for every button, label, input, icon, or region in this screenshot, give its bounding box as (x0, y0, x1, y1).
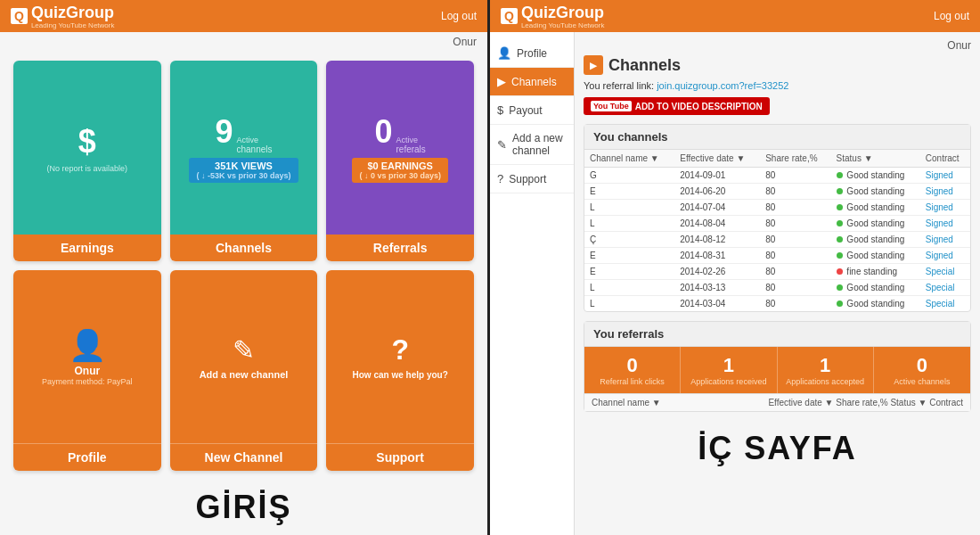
cell-contract: Special (920, 280, 970, 296)
status-dot (837, 284, 843, 291)
referrals-col-right: Effective date ▼ Share rate,% Status ▼ C… (768, 398, 963, 407)
card-new-channel[interactable]: ✎ Add a new channel New Channel (170, 270, 318, 471)
card-referrals[interactable]: 0 Active referals $0 EARNINGS ( ↓ 0 vs p… (326, 61, 474, 261)
channels-section-header: You channels (584, 125, 970, 150)
channels-active-sub: channels (236, 144, 272, 154)
contract-link[interactable]: Signed (926, 251, 953, 260)
sidebar-item-support[interactable]: ? Support (490, 165, 574, 193)
cell-channel-name: Ç (584, 232, 674, 248)
table-row: L 2014-08-04 80 Good standing Signed (584, 216, 970, 232)
channels-table: Channel name ▼ Effective date ▼ Share ra… (584, 150, 970, 311)
card-support-top: ? How can we help you? (326, 270, 474, 443)
card-channels[interactable]: 9 Active channels 351K VIEWS ( ↓ -53K vs… (170, 61, 318, 261)
sidebar: 👤 Profile ▶ Channels $ Payout ✎ Add a ne… (490, 32, 575, 535)
right-logo-text-block: QuizGroup Leading YouTube Network (521, 4, 605, 29)
cell-contract: Signed (920, 200, 970, 216)
referral-stat-num: 1 (781, 354, 870, 377)
profile-avatar-icon: 👤 (69, 327, 106, 363)
table-row: E 2014-06-20 80 Good standing Signed (584, 184, 970, 200)
referrals-earnings-sub: ( ↓ 0 vs prior 30 days) (359, 171, 441, 180)
card-newchannel-top: ✎ Add a new channel (170, 270, 318, 443)
left-logo: Q QuizGroup Leading YouTube Network (11, 4, 114, 29)
sidebar-addchannel-label: Add a new channel (512, 132, 567, 157)
referral-stat-label: Referral link clicks (588, 377, 676, 386)
channels-active-label: Active (236, 136, 272, 144)
referral-stat: 0 Active channels (874, 347, 970, 393)
sidebar-item-addchannel[interactable]: ✎ Add a new channel (490, 125, 574, 165)
card-profile-top: 👤 Onur Payment method: PayPal (13, 270, 161, 443)
table-row: L 2014-03-04 80 Good standing Special (584, 296, 970, 312)
newchannel-label: New Channel (170, 443, 318, 471)
cell-channel-name: L (584, 280, 674, 296)
cell-date: 2014-03-13 (674, 280, 760, 296)
profile-payment: Payment method: PayPal (42, 377, 133, 386)
main-user: Onur (584, 39, 971, 52)
cell-date: 2014-07-04 (674, 200, 760, 216)
cell-rate: 80 (760, 216, 830, 232)
contract-link[interactable]: Special (926, 283, 955, 292)
cell-contract: Signed (920, 168, 970, 184)
sidebar-item-channels[interactable]: ▶ Channels (490, 68, 574, 96)
contract-link[interactable]: Signed (926, 235, 953, 244)
contract-link[interactable]: Special (926, 267, 955, 276)
cell-rate: 80 (760, 184, 830, 200)
referrals-section: You referrals 0 Referral link clicks 1 A… (584, 321, 971, 412)
status-dot (837, 172, 843, 178)
sidebar-item-profile[interactable]: 👤 Profile (490, 39, 574, 68)
right-logo: Q QuizGroup Leading YouTube Network (501, 4, 604, 29)
earnings-label: Earnings (13, 235, 161, 261)
ic-sayfa-label: İÇ SAYFA (584, 421, 971, 476)
left-panel: Q QuizGroup Leading YouTube Network Log … (0, 0, 490, 535)
status-dot (837, 236, 843, 243)
right-panel: Q QuizGroup Leading YouTube Network Log … (490, 0, 980, 535)
contract-link[interactable]: Signed (926, 170, 953, 180)
cell-channel-name: L (584, 200, 674, 216)
referral-stat: 0 Referral link clicks (584, 347, 681, 393)
table-row: E 2014-08-31 80 Good standing Signed (584, 248, 970, 264)
contract-link[interactable]: Signed (926, 202, 953, 212)
cell-channel-name: E (584, 264, 674, 280)
contract-link[interactable]: Special (926, 299, 955, 309)
right-logout-button[interactable]: Log out (934, 10, 969, 22)
new-channel-icon: ✎ (233, 334, 255, 366)
status-text: Good standing (846, 170, 904, 180)
referrals-col-channel: Channel name ▼ (592, 398, 661, 407)
cell-status: Good standing (831, 232, 920, 248)
referrals-active-sub: referals (396, 144, 426, 154)
cell-rate: 80 (760, 200, 830, 216)
channels-views-text: 351K VIEWS (196, 160, 290, 171)
sidebar-profile-icon: 👤 (497, 46, 511, 60)
contract-link[interactable]: Signed (926, 218, 953, 228)
card-profile[interactable]: 👤 Onur Payment method: PayPal Profile (13, 270, 161, 471)
cell-rate: 80 (760, 232, 830, 248)
col-status: Status ▼ (831, 150, 920, 168)
cell-rate: 80 (760, 168, 830, 184)
sidebar-item-payout[interactable]: $ Payout (490, 96, 574, 125)
referrals-table-header: Channel name ▼ Effective date ▼ Share ra… (584, 393, 970, 411)
add-video-button[interactable]: You Tube ADD TO VIDEO DESCRIPTION (584, 97, 770, 115)
status-text: Good standing (846, 235, 904, 244)
giris-label: GİRİŞ (0, 480, 487, 535)
left-user-greeting: Onur (0, 32, 487, 52)
sidebar-profile-label: Profile (517, 47, 547, 60)
status-text: Good standing (846, 299, 904, 309)
card-earnings[interactable]: $ (No report is available) Earnings (13, 61, 161, 261)
main-content: Onur ▶ Channels You referral link: join.… (575, 32, 980, 535)
cell-status: Good standing (831, 216, 920, 232)
no-report-text: (No report is available) (47, 164, 128, 173)
profile-name: Onur (74, 365, 100, 377)
cell-date: 2014-08-12 (674, 232, 760, 248)
table-row: L 2014-03-13 80 Good standing Special (584, 280, 970, 296)
sidebar-support-label: Support (509, 173, 546, 185)
card-support[interactable]: ? How can we help you? Support (326, 270, 474, 471)
referral-link-url[interactable]: join.quizgroup.com?ref=33252 (657, 80, 788, 91)
cell-rate: 80 (760, 264, 830, 280)
left-logout-button[interactable]: Log out (441, 10, 477, 22)
referral-stat-num: 0 (588, 354, 676, 377)
referral-stat: 1 Applications received (681, 347, 777, 393)
channels-play-icon: ▶ (584, 55, 603, 75)
referral-stat-num: 0 (878, 354, 967, 377)
channels-section: You channels Channel name ▼ Effective da… (584, 124, 971, 312)
dollar-icon: $ (78, 123, 96, 160)
contract-link[interactable]: Signed (926, 186, 953, 196)
